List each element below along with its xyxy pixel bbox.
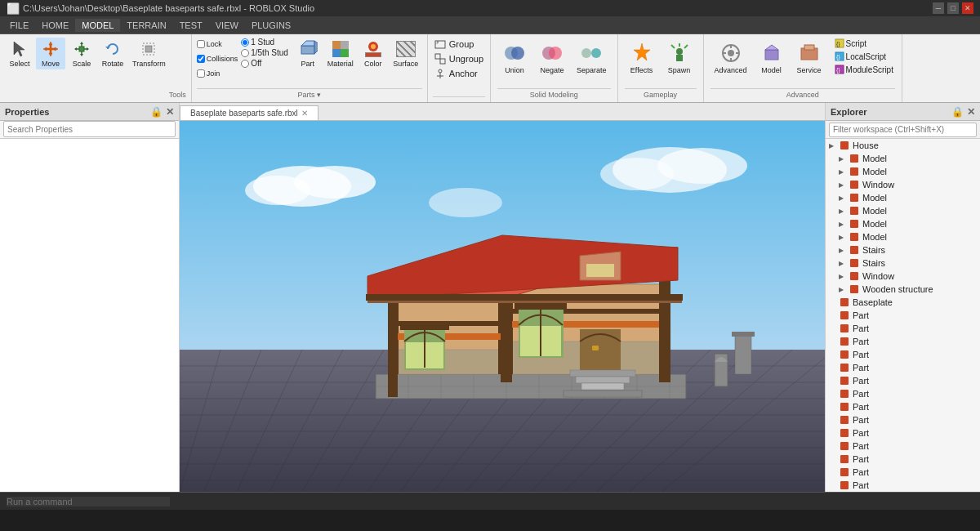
explorer-search-input[interactable]: [829, 123, 977, 137]
off-radio[interactable]: [241, 60, 249, 68]
command-input[interactable]: [7, 497, 170, 506]
model-tool[interactable]: Model: [755, 38, 789, 77]
module-script-label: ModuleScript: [846, 65, 893, 74]
explorer-item[interactable]: Part: [826, 322, 980, 335]
explorer-item[interactable]: Part: [826, 453, 980, 466]
anchor-label: Anchor: [449, 69, 478, 78]
advanced-tool[interactable]: Advanced: [710, 38, 751, 77]
local-script-button[interactable]: {} LocalScript: [833, 51, 895, 62]
explorer-item[interactable]: Part: [826, 374, 980, 387]
explorer-item[interactable]: Part: [826, 440, 980, 453]
expand-arrow-icon[interactable]: ▶: [839, 234, 849, 241]
stud-label: 1 Stud: [251, 38, 274, 47]
menu-terrain[interactable]: TERRAIN: [120, 19, 172, 32]
explorer-close-button[interactable]: ✕: [967, 106, 975, 118]
explorer-item[interactable]: Part: [826, 479, 980, 492]
explorer-item[interactable]: ▶House: [826, 139, 980, 152]
scale-tool[interactable]: Scale: [67, 38, 96, 69]
ungroup-tool[interactable]: Ungroup: [433, 52, 485, 65]
collisions-label: Collisions: [207, 55, 238, 63]
item-type-icon: [839, 310, 850, 321]
surface-tool[interactable]: Surface: [390, 38, 422, 69]
collisions-checkbox[interactable]: [197, 55, 205, 63]
expand-arrow-icon[interactable]: ▶: [839, 207, 849, 215]
expand-arrow-icon[interactable]: ▶: [839, 155, 849, 163]
explorer-item[interactable]: ▶Window: [826, 270, 980, 283]
rotate-tool[interactable]: Rotate: [98, 38, 127, 69]
part-tool[interactable]: Part: [295, 38, 321, 69]
expand-arrow-icon[interactable]: ▶: [839, 181, 849, 189]
move-tool[interactable]: Move: [36, 38, 65, 69]
effects-tool[interactable]: Effects: [625, 38, 659, 77]
explorer-item[interactable]: ▶Model: [826, 191, 980, 204]
expand-arrow-icon[interactable]: ▶: [839, 194, 849, 202]
properties-close-button[interactable]: ✕: [166, 106, 174, 118]
explorer-item[interactable]: Part: [826, 387, 980, 400]
select-tool[interactable]: Select: [5, 38, 34, 69]
item-type-icon: [839, 323, 850, 334]
viewport-tab[interactable]: Baseplate baseparts safe.rbxl ✕: [180, 105, 318, 120]
negate-tool[interactable]: Negate: [535, 38, 569, 77]
expand-arrow-icon[interactable]: ▶: [839, 273, 849, 280]
union-tool[interactable]: Union: [497, 38, 532, 77]
menu-model[interactable]: MODEL: [75, 19, 120, 32]
properties-lock-button[interactable]: 🔒: [150, 106, 163, 118]
menu-home[interactable]: HOME: [35, 19, 75, 32]
explorer-item[interactable]: ▶Model: [826, 204, 980, 217]
close-button[interactable]: ✕: [962, 2, 973, 14]
explorer-item[interactable]: ▶Window: [826, 178, 980, 191]
collisions-checkbox-row: Collisions: [197, 52, 238, 65]
lock-checkbox[interactable]: [197, 40, 205, 48]
module-script-button[interactable]: {} ModuleScript: [833, 64, 895, 75]
script-button[interactable]: {} Script: [833, 38, 895, 49]
menu-view[interactable]: VIEW: [209, 19, 245, 32]
explorer-item[interactable]: ▶Model: [826, 152, 980, 165]
expand-arrow-icon[interactable]: ▶: [839, 168, 849, 176]
menu-plugins[interactable]: PLUGINS: [245, 19, 297, 32]
properties-search-input[interactable]: [3, 121, 176, 137]
service-tool[interactable]: Service: [792, 38, 826, 77]
explorer-item[interactable]: Part: [826, 426, 980, 440]
svg-rect-165: [840, 429, 849, 437]
explorer-item[interactable]: Part: [826, 413, 980, 426]
separate-tool[interactable]: Separate: [572, 38, 611, 77]
explorer-lock-button[interactable]: 🔒: [951, 106, 964, 118]
explorer-item[interactable]: ▶Model: [826, 230, 980, 243]
explorer-item[interactable]: ▶Stairs: [826, 257, 980, 270]
explorer-item[interactable]: Part: [826, 309, 980, 322]
group-tool[interactable]: Group: [433, 38, 485, 51]
join-checkbox[interactable]: [197, 69, 205, 78]
explorer-item[interactable]: Part: [826, 361, 980, 374]
explorer-item[interactable]: ▶Model: [826, 165, 980, 178]
explorer-item[interactable]: Part: [826, 466, 980, 479]
explorer-item[interactable]: ▶Wooden structure: [826, 283, 980, 296]
explorer-item[interactable]: ▶Model: [826, 217, 980, 230]
viewport-tab-close[interactable]: ✕: [301, 109, 308, 118]
explorer-item[interactable]: Part: [826, 400, 980, 413]
minimize-button[interactable]: ─: [933, 2, 944, 14]
explorer-item[interactable]: Baseplate: [826, 296, 980, 309]
explorer-item[interactable]: Part: [826, 335, 980, 348]
properties-title: Properties: [5, 107, 49, 117]
svg-rect-129: [388, 299, 398, 397]
menu-test[interactable]: TEST: [173, 19, 209, 32]
expand-arrow-icon[interactable]: ▶: [829, 142, 839, 149]
maximize-button[interactable]: □: [947, 2, 959, 14]
color-swatch[interactable]: [365, 52, 381, 57]
transform-tool[interactable]: Transform: [129, 38, 169, 69]
fifth-stud-radio[interactable]: [241, 49, 249, 57]
expand-arrow-icon[interactable]: ▶: [839, 247, 849, 254]
color-tool[interactable]: Color: [360, 38, 386, 69]
expand-arrow-icon[interactable]: ▶: [839, 260, 849, 267]
expand-arrow-icon[interactable]: ▶: [839, 221, 849, 228]
stud-radio[interactable]: [241, 38, 249, 47]
svg-rect-23: [435, 41, 445, 48]
viewport[interactable]: [180, 121, 825, 492]
explorer-item[interactable]: ▶Stairs: [826, 243, 980, 257]
spawn-tool[interactable]: Spawn: [662, 38, 697, 77]
expand-arrow-icon[interactable]: ▶: [839, 286, 849, 293]
material-tool[interactable]: Material: [324, 38, 357, 69]
menu-file[interactable]: FILE: [3, 19, 35, 32]
explorer-item[interactable]: Part: [826, 348, 980, 361]
anchor-tool[interactable]: Anchor: [433, 67, 485, 80]
